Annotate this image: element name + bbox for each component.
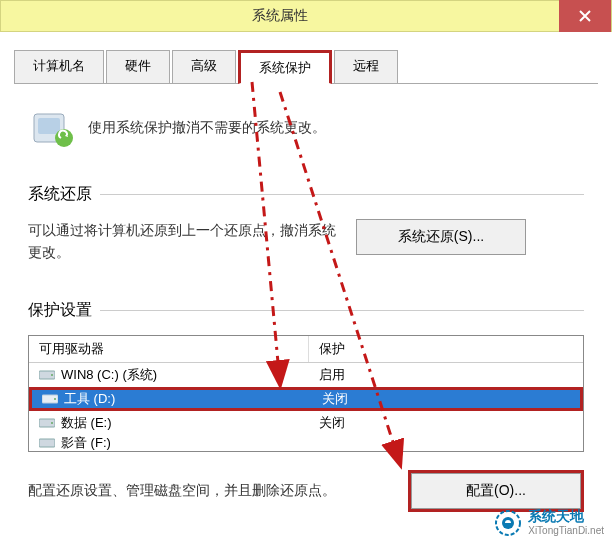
tab-system-protection[interactable]: 系统保护 <box>238 50 332 84</box>
drive-name: 影音 (F:) <box>61 435 111 451</box>
drive-status: 关闭 <box>312 388 580 410</box>
configure-description: 配置还原设置、管理磁盘空间，并且删除还原点。 <box>28 482 390 500</box>
tab-computer-name[interactable]: 计算机名 <box>14 50 104 83</box>
watermark-text-en: XiTongTianDi.net <box>528 525 604 537</box>
tab-remote[interactable]: 远程 <box>334 50 398 83</box>
system-restore-button[interactable]: 系统还原(S)... <box>356 219 526 255</box>
intro-text: 使用系统保护撤消不需要的系统更改。 <box>88 119 326 137</box>
window-title: 系统属性 <box>1 7 559 25</box>
tab-hardware[interactable]: 硬件 <box>106 50 170 83</box>
drive-name: WIN8 (C:) (系统) <box>61 366 157 384</box>
drive-icon <box>42 393 58 405</box>
svg-rect-9 <box>39 439 55 447</box>
drive-icon <box>39 437 55 449</box>
watermark-logo-icon <box>494 509 522 537</box>
drive-row[interactable]: 数据 (E:) 关闭 <box>29 411 583 435</box>
configure-row: 配置还原设置、管理磁盘空间，并且删除还原点。 配置(O)... <box>28 470 584 512</box>
protection-group-label: 保护设置 <box>28 300 92 321</box>
list-header: 可用驱动器 保护 <box>29 336 583 363</box>
configure-button[interactable]: 配置(O)... <box>411 473 581 509</box>
restore-group: 系统还原 <box>28 184 584 205</box>
svg-point-8 <box>51 422 53 424</box>
watermark-text-zh: 系统天地 <box>528 508 604 525</box>
tab-content: 使用系统保护撤消不需要的系统更改。 系统还原 可以通过将计算机还原到上一个还原点… <box>14 94 598 522</box>
restore-description: 可以通过将计算机还原到上一个还原点，撤消系统更改。 <box>28 219 338 264</box>
drive-listbox[interactable]: 可用驱动器 保护 WIN8 (C:) (系统) 启用 工具 (D:) 关闭 <box>28 335 584 452</box>
close-button[interactable] <box>559 0 611 32</box>
system-protection-icon <box>28 104 76 152</box>
svg-point-6 <box>54 398 56 400</box>
drive-status <box>309 441 583 445</box>
window-body: 计算机名 硬件 高级 系统保护 远程 使用系统保护撤消不需要的系统更改。 系统还… <box>0 32 612 541</box>
restore-row: 可以通过将计算机还原到上一个还原点，撤消系统更改。 系统还原(S)... <box>28 219 584 264</box>
protection-group: 保护设置 <box>28 300 584 321</box>
header-drive[interactable]: 可用驱动器 <box>29 336 309 362</box>
watermark: 系统天地 XiTongTianDi.net <box>494 508 604 537</box>
divider-line <box>100 310 584 311</box>
intro-row: 使用系统保护撤消不需要的系统更改。 <box>28 104 584 152</box>
tab-advanced[interactable]: 高级 <box>172 50 236 83</box>
divider-line <box>100 194 584 195</box>
drive-row[interactable]: WIN8 (C:) (系统) 启用 <box>29 363 583 387</box>
drive-row[interactable]: 影音 (F:) <box>29 435 583 451</box>
titlebar: 系统属性 <box>0 0 612 32</box>
drive-name: 数据 (E:) <box>61 414 112 432</box>
restore-group-label: 系统还原 <box>28 184 92 205</box>
close-icon <box>579 10 591 22</box>
drive-icon <box>39 369 55 381</box>
drive-status: 启用 <box>309 364 583 386</box>
drive-row-selected[interactable]: 工具 (D:) 关闭 <box>29 387 583 411</box>
drive-status: 关闭 <box>309 412 583 434</box>
svg-point-4 <box>51 374 53 376</box>
configure-button-highlight: 配置(O)... <box>408 470 584 512</box>
drive-icon <box>39 417 55 429</box>
tabstrip: 计算机名 硬件 高级 系统保护 远程 <box>14 50 598 84</box>
drive-name: 工具 (D:) <box>64 390 115 408</box>
svg-rect-1 <box>38 118 60 134</box>
header-protect[interactable]: 保护 <box>309 336 583 362</box>
